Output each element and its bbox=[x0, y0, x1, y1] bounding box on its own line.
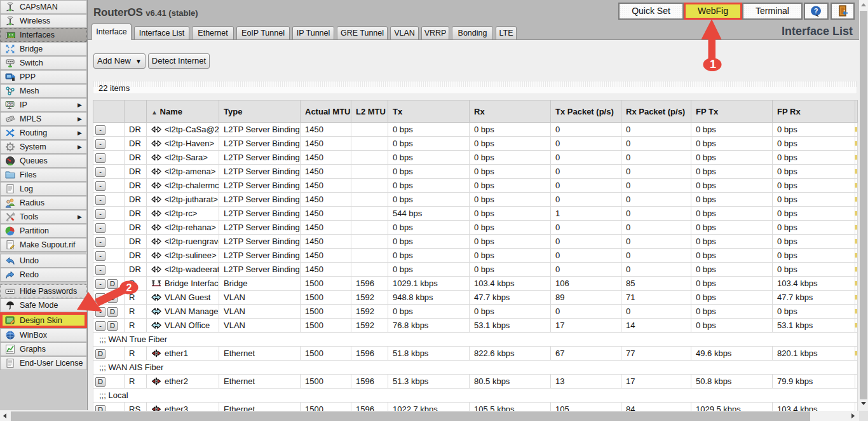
svg-text:?: ? bbox=[814, 7, 818, 15]
svg-text:255: 255 bbox=[6, 102, 13, 106]
svg-text:1: 1 bbox=[710, 58, 716, 71]
